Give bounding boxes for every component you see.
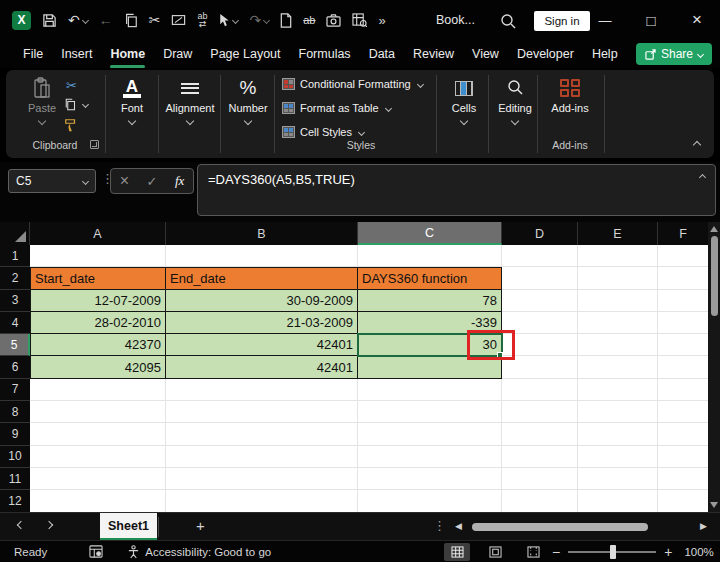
- strikethrough-icon[interactable]: ab: [303, 10, 315, 30]
- tab-page-layout[interactable]: Page Layout: [201, 42, 289, 66]
- cell-f2[interactable]: [658, 267, 708, 289]
- cell-b10[interactable]: [166, 446, 358, 468]
- cell-d11[interactable]: [502, 468, 578, 490]
- tab-developer[interactable]: Developer: [508, 42, 583, 66]
- column-header-d[interactable]: D: [502, 222, 578, 245]
- addins-button[interactable]: Add-ins: [542, 75, 598, 135]
- cell-b11[interactable]: [166, 468, 358, 490]
- cell-c4[interactable]: -339: [358, 312, 502, 334]
- cell-b2[interactable]: End_date: [166, 267, 358, 289]
- tab-draw[interactable]: Draw: [154, 42, 201, 66]
- alignment-group-button[interactable]: Alignment: [162, 75, 218, 135]
- sheet-tab-sheet1[interactable]: Sheet1: [100, 513, 157, 541]
- redo-icon[interactable]: ↷: [249, 10, 269, 30]
- cell-b4[interactable]: 21-03-2009: [166, 312, 358, 334]
- search-icon[interactable]: [500, 11, 516, 31]
- formula-input[interactable]: =DAYS360(A5,B5,TRUE): [197, 164, 716, 216]
- find-replace-icon[interactable]: ab⇄: [197, 10, 207, 30]
- horizontal-scrollbar-thumb[interactable]: [472, 523, 648, 531]
- column-header-a[interactable]: A: [30, 222, 166, 245]
- row-header[interactable]: 8: [0, 401, 30, 423]
- zoom-out-icon[interactable]: −: [552, 544, 560, 560]
- cell-e9[interactable]: [578, 423, 658, 445]
- camera-icon[interactable]: [326, 10, 341, 30]
- tab-formulas[interactable]: Formulas: [290, 42, 360, 66]
- paste-button[interactable]: Paste: [18, 75, 66, 135]
- cell-e2[interactable]: [578, 267, 658, 289]
- cell-a11[interactable]: [30, 468, 166, 490]
- tab-review[interactable]: Review: [404, 42, 463, 66]
- minimize-button[interactable]: —: [582, 13, 628, 28]
- cell-f9[interactable]: [658, 423, 708, 445]
- hscroll-left-icon[interactable]: ◀: [455, 521, 462, 531]
- format-as-table-button[interactable]: Format as Table: [282, 102, 391, 114]
- cell-d10[interactable]: [502, 446, 578, 468]
- cell-a6[interactable]: 42095: [30, 356, 166, 378]
- cell-b5[interactable]: 42401: [166, 334, 358, 356]
- zoom-slider-thumb[interactable]: [610, 545, 616, 559]
- insert-function-icon[interactable]: fx: [175, 173, 184, 189]
- name-box[interactable]: C5: [8, 169, 96, 193]
- number-group-button[interactable]: % Number: [222, 75, 274, 135]
- cell-e4[interactable]: [578, 312, 658, 334]
- tab-home[interactable]: Home: [101, 42, 154, 66]
- cell-c12[interactable]: [358, 490, 502, 512]
- cell-f8[interactable]: [658, 401, 708, 423]
- new-file-icon[interactable]: [280, 10, 292, 30]
- normal-view-button[interactable]: [444, 543, 470, 561]
- cell-a12[interactable]: [30, 490, 166, 512]
- cell-e3[interactable]: [578, 290, 658, 312]
- cell-e10[interactable]: [578, 446, 658, 468]
- cell-c9[interactable]: [358, 423, 502, 445]
- cell-b3[interactable]: 30-09-2009: [166, 290, 358, 312]
- cell-e1[interactable]: [578, 245, 658, 267]
- tab-insert[interactable]: Insert: [52, 42, 101, 66]
- cell-d8[interactable]: [502, 401, 578, 423]
- cell-e5[interactable]: [578, 334, 658, 356]
- cell-c1[interactable]: [358, 245, 502, 267]
- sheetbar-options-icon[interactable]: ⋮: [433, 518, 446, 533]
- cell-c11[interactable]: [358, 468, 502, 490]
- zoom-level[interactable]: 100%: [684, 546, 713, 558]
- page-layout-view-button[interactable]: [482, 543, 508, 561]
- cell-d4[interactable]: [502, 312, 578, 334]
- name-box-dropdown-icon[interactable]: [82, 177, 89, 184]
- touch-mode-icon[interactable]: [218, 10, 238, 30]
- accessibility-icon[interactable]: [127, 545, 140, 559]
- cut-icon[interactable]: ✂: [149, 10, 161, 30]
- accessibility-status[interactable]: Accessibility: Good to go: [145, 546, 271, 558]
- cell-a5[interactable]: 42370: [30, 334, 166, 356]
- tab-view[interactable]: View: [463, 42, 508, 66]
- cell-f4[interactable]: [658, 312, 708, 334]
- tab-file[interactable]: File: [14, 42, 52, 66]
- collapse-formula-bar-icon[interactable]: [699, 174, 706, 181]
- cell-c8[interactable]: [358, 401, 502, 423]
- more-commands-icon[interactable]: »: [378, 10, 385, 30]
- cell-f12[interactable]: [658, 490, 708, 512]
- cell-e12[interactable]: [578, 490, 658, 512]
- cut-button[interactable]: ✂: [66, 78, 77, 93]
- row-header[interactable]: 7: [0, 379, 30, 401]
- new-sheet-button[interactable]: +: [196, 517, 205, 534]
- save-icon[interactable]: [42, 10, 57, 30]
- cell-f3[interactable]: [658, 290, 708, 312]
- cell-d3[interactable]: [502, 290, 578, 312]
- cell-b8[interactable]: [166, 401, 358, 423]
- cell-styles-button[interactable]: Cell Styles: [282, 126, 364, 138]
- cancel-icon[interactable]: ×: [120, 172, 129, 190]
- cell-a7[interactable]: [30, 379, 166, 401]
- workbook-statistics-icon[interactable]: [352, 10, 367, 30]
- conditional-formatting-button[interactable]: Conditional Formatting: [282, 78, 423, 90]
- next-sheet-icon[interactable]: [45, 521, 53, 529]
- cell-a3[interactable]: 12-07-2009: [30, 290, 166, 312]
- row-header[interactable]: 1: [0, 245, 30, 267]
- collapse-ribbon-icon[interactable]: [693, 141, 701, 149]
- copy-icon[interactable]: [124, 10, 138, 30]
- cell-d12[interactable]: [502, 490, 578, 512]
- format-painter-button[interactable]: [64, 118, 78, 132]
- select-all-corner[interactable]: [0, 222, 30, 245]
- vertical-scrollbar-thumb[interactable]: [711, 236, 718, 316]
- cell-c2[interactable]: DAYS360 function: [358, 267, 502, 289]
- row-header[interactable]: 11: [0, 468, 30, 490]
- row-header-5-selected[interactable]: 5: [0, 334, 30, 356]
